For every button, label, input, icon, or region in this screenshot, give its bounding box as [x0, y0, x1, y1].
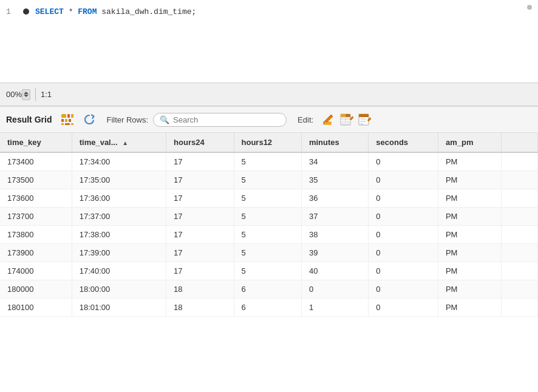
- table-row[interactable]: 18010018:01:0018610PM: [0, 299, 538, 317]
- table-row[interactable]: 17400017:40:00175400PM: [0, 262, 538, 280]
- result-table-section: time_key time_val... ▲ hours24 hours12 m…: [0, 133, 538, 392]
- cell-am_pm: PM: [438, 189, 501, 208]
- cell-time_val: 17:35:00: [72, 171, 166, 189]
- col-header-am-pm[interactable]: am_pm: [438, 133, 501, 152]
- table-row[interactable]: 17350017:35:00175350PM: [0, 171, 538, 189]
- svg-rect-4: [65, 119, 67, 122]
- cell-extra: [502, 226, 538, 244]
- grid-view-button[interactable]: [60, 112, 75, 127]
- search-box[interactable]: 🔍: [153, 113, 287, 127]
- form-edit-button[interactable]: [357, 113, 373, 126]
- cell-hours12: 5: [234, 226, 301, 244]
- svg-rect-14: [323, 123, 325, 124]
- svg-rect-19: [346, 117, 350, 120]
- cell-time_key: 173800: [0, 226, 72, 244]
- cell-am_pm: PM: [438, 171, 501, 189]
- cell-hours24: 18: [166, 299, 234, 317]
- cell-seconds: 0: [369, 171, 438, 189]
- sql-table-name: sakila_dwh.dim_time;: [101, 7, 196, 16]
- cell-extra: [502, 189, 538, 208]
- table-row[interactable]: 17380017:38:00175380PM: [0, 226, 538, 244]
- cell-extra: [502, 244, 538, 262]
- cell-seconds: 0: [369, 299, 438, 317]
- cell-time_key: 173600: [0, 189, 72, 208]
- cell-time_val: 18:00:00: [72, 280, 166, 299]
- svg-rect-17: [346, 114, 350, 117]
- zoom-stepper[interactable]: [22, 89, 30, 100]
- zoom-down-arrow[interactable]: [24, 95, 29, 97]
- cell-am_pm: PM: [438, 152, 501, 171]
- table-row[interactable]: 17340017:34:00175340PM: [0, 152, 538, 171]
- result-toolbar: Result Grid Filter Rows:: [0, 106, 538, 133]
- toolbar-separator: [35, 88, 36, 101]
- cell-am_pm: PM: [438, 280, 501, 299]
- sql-line-1[interactable]: 1 SELECT * FROM sakila_dwh.dim_time;: [0, 6, 538, 18]
- cell-minutes: 36: [301, 189, 368, 208]
- cell-extra: [502, 280, 538, 299]
- cell-hours24: 17: [166, 262, 234, 280]
- form-edit-icon: [358, 113, 372, 126]
- cell-minutes: 35: [301, 171, 368, 189]
- svg-rect-7: [65, 123, 70, 125]
- col-header-extra: [502, 133, 538, 152]
- svg-rect-5: [69, 119, 71, 122]
- col-header-seconds[interactable]: seconds: [369, 133, 438, 152]
- cell-time_val: 17:36:00: [72, 189, 166, 208]
- svg-rect-1: [67, 114, 70, 118]
- cell-minutes: 0: [301, 280, 368, 299]
- cell-time_key: 174000: [0, 262, 72, 280]
- refresh-button[interactable]: [82, 112, 97, 127]
- zoom-up-arrow[interactable]: [24, 92, 29, 94]
- svg-rect-6: [61, 123, 64, 125]
- svg-rect-20: [341, 120, 346, 122]
- col-header-hours24[interactable]: hours24: [166, 133, 234, 152]
- cell-extra: [502, 262, 538, 280]
- cell-am_pm: PM: [438, 226, 501, 244]
- svg-rect-21: [346, 120, 350, 122]
- col-header-minutes[interactable]: minutes: [301, 133, 368, 152]
- search-input[interactable]: [173, 115, 280, 124]
- col-header-time-val[interactable]: time_val... ▲: [72, 133, 166, 152]
- svg-rect-2: [71, 114, 73, 118]
- cell-minutes: 37: [301, 208, 368, 226]
- cell-minutes: 39: [301, 244, 368, 262]
- cell-seconds: 0: [369, 280, 438, 299]
- cell-seconds: 0: [369, 244, 438, 262]
- cell-am_pm: PM: [438, 244, 501, 262]
- cell-hours12: 6: [234, 299, 301, 317]
- cell-hours24: 18: [166, 280, 234, 299]
- cell-am_pm: PM: [438, 299, 501, 317]
- col-header-time-key[interactable]: time_key: [0, 133, 72, 152]
- spreadsheet-icon: [339, 113, 354, 126]
- cell-hours24: 17: [166, 226, 234, 244]
- table-row[interactable]: 17390017:39:00175390PM: [0, 244, 538, 262]
- cell-hours24: 17: [166, 189, 234, 208]
- edit-pencil-button[interactable]: [321, 113, 336, 126]
- spreadsheet-edit-button[interactable]: [339, 113, 355, 126]
- result-grid-label: Result Grid: [6, 115, 52, 124]
- sql-keyword-from: FROM: [78, 7, 97, 16]
- sql-star: *: [69, 7, 78, 16]
- sort-asc-icon: ▲: [122, 140, 128, 146]
- col-header-hours12[interactable]: hours12: [234, 133, 301, 152]
- cell-extra: [502, 208, 538, 226]
- edit-label: Edit:: [298, 115, 313, 124]
- cell-minutes: 34: [301, 152, 368, 171]
- cell-hours12: 5: [234, 262, 301, 280]
- cell-hours12: 5: [234, 189, 301, 208]
- table-row[interactable]: 18000018:00:0018600PM: [0, 280, 538, 299]
- sql-content[interactable]: SELECT * FROM sakila_dwh.dim_time;: [35, 7, 196, 16]
- cell-hours24: 17: [166, 244, 234, 262]
- grid-icon: [61, 113, 74, 126]
- cell-hours12: 5: [234, 208, 301, 226]
- cell-hours12: 5: [234, 152, 301, 171]
- cell-seconds: 0: [369, 208, 438, 226]
- scroll-indicator: [527, 5, 532, 10]
- cell-time_val: 17:40:00: [72, 262, 166, 280]
- svg-rect-18: [341, 117, 346, 120]
- pencil-icon: [322, 113, 335, 126]
- sql-keyword-select: SELECT: [35, 7, 64, 16]
- table-row[interactable]: 17360017:36:00175360PM: [0, 189, 538, 208]
- table-row[interactable]: 17370017:37:00175370PM: [0, 208, 538, 226]
- editor-toolbar: 00% 1:1: [0, 83, 538, 106]
